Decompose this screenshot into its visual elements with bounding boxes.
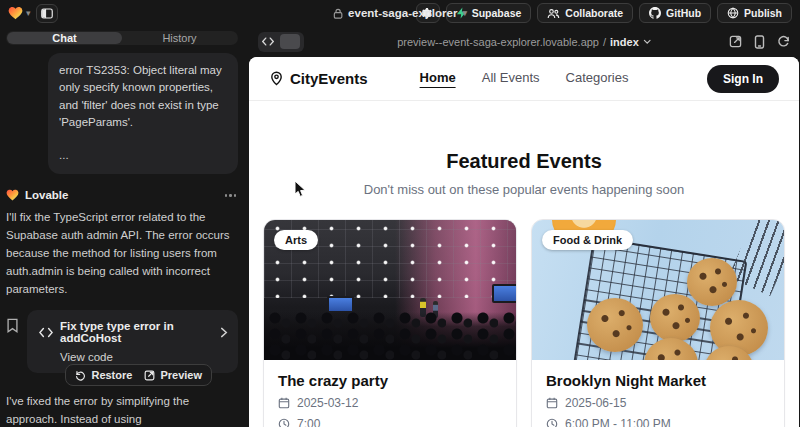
fix-code-card[interactable]: Fix type type error in addCoHost View co… [27, 310, 238, 373]
user-message-text: error TS2353: Object literal may only sp… [59, 62, 227, 131]
event-image-conference: Arts [264, 220, 516, 360]
restore-label: Restore [91, 369, 132, 381]
github-label: GitHub [666, 7, 701, 19]
user-message-bubble[interactable]: error TS2353: Object literal may only sp… [48, 53, 238, 174]
nav-categories[interactable]: Categories [566, 70, 629, 88]
tab-chat[interactable]: Chat [7, 32, 122, 44]
nav-home[interactable]: Home [420, 70, 456, 88]
chevron-down-icon: ▾ [26, 9, 31, 18]
user-message-ellipsis: ... [59, 147, 227, 164]
assistant-header: Lovable [6, 189, 238, 201]
preview-site: CityEvents Home All Events Categories Si… [249, 57, 799, 427]
lovable-app: ▾ event-saga-explorer ▾ [0, 0, 800, 427]
github-button[interactable]: GitHub [639, 3, 711, 23]
section-subtitle: Don't miss out on these popular events h… [249, 182, 799, 197]
assistant-result-text: I've fixed the error by simplifying the … [6, 393, 238, 427]
lovable-heart-icon [6, 189, 19, 201]
tab-history[interactable]: History [122, 32, 237, 44]
map-pin-icon [269, 71, 284, 86]
site-brand-label: CityEvents [290, 70, 368, 87]
category-badge: Food & Drink [542, 230, 633, 250]
github-icon [649, 7, 661, 19]
project-name: event-saga-explorer [348, 7, 457, 19]
section-title: Featured Events [249, 150, 799, 173]
calendar-icon [546, 397, 558, 409]
preview-button[interactable]: Preview [144, 369, 202, 381]
event-image-cookies: Food & Drink [532, 220, 784, 360]
event-card[interactable]: Arts The crazy party 2025-03-12 [263, 219, 517, 427]
assistant-intro-text: I'll fix the TypeScript error related to… [6, 209, 238, 298]
clock-icon [546, 418, 558, 427]
refresh-icon[interactable] [777, 35, 790, 48]
view-code-link[interactable]: View code [60, 351, 228, 363]
url-separator: / [603, 36, 606, 48]
supabase-label: Supabase [472, 7, 522, 19]
globe-icon [727, 7, 739, 19]
event-cards: Arts The crazy party 2025-03-12 [249, 197, 799, 427]
event-time: 7:00 [297, 417, 320, 427]
code-preview-toggle[interactable] [258, 32, 304, 52]
preview-url-bar[interactable]: preview--event-saga-explorer.lovable.app… [397, 36, 651, 48]
collaborate-button[interactable]: Collaborate [537, 3, 633, 23]
restore-icon [75, 370, 86, 381]
site-nav: Home All Events Categories [420, 70, 629, 88]
assistant-name: Lovable [25, 189, 68, 201]
mobile-view-icon[interactable] [754, 35, 765, 49]
panel-icon [41, 8, 53, 19]
restore-button[interactable]: Restore [75, 369, 132, 381]
fix-card-title: Fix type type error in addCoHost [60, 320, 213, 344]
message-hover-actions: Restore Preview [65, 364, 212, 386]
code-icon [39, 327, 53, 338]
code-icon [262, 37, 274, 46]
lovable-heart-icon [8, 6, 23, 20]
result-text-part: I've fixed the error by simplifying the … [6, 395, 189, 425]
site-brand[interactable]: CityEvents [269, 70, 368, 87]
event-date-row: 2025-06-15 [546, 396, 770, 410]
event-date: 2025-06-15 [565, 396, 626, 410]
external-link-icon [144, 370, 155, 381]
event-date: 2025-03-12 [297, 396, 358, 410]
chat-sidebar: Chat History error TS2353: Object litera… [0, 26, 248, 427]
chevron-right-icon [220, 327, 228, 338]
site-header: CityEvents Home All Events Categories Si… [249, 57, 799, 101]
open-in-new-tab-icon[interactable] [729, 35, 742, 48]
event-card[interactable]: Food & Drink Brooklyn Night Market 2 [531, 219, 785, 427]
chevron-down-icon: ▾ [462, 9, 467, 18]
calendar-icon [278, 397, 290, 409]
toggle-knob [280, 34, 300, 49]
collaborate-label: Collaborate [565, 7, 623, 19]
preview-path: index [610, 36, 639, 48]
event-time-row: 7:00 [278, 417, 502, 427]
people-icon [547, 8, 560, 19]
bookmark-icon[interactable] [6, 318, 19, 333]
lovable-logo-menu[interactable]: ▾ [8, 6, 31, 20]
event-date-row: 2025-03-12 [278, 396, 502, 410]
lock-icon [333, 8, 343, 19]
message-options-button[interactable] [223, 192, 239, 199]
preview-panel: preview--event-saga-explorer.lovable.app… [248, 26, 800, 427]
sidebar-tabs: Chat History [6, 31, 238, 45]
publish-button[interactable]: Publish [717, 3, 792, 23]
sign-in-button[interactable]: Sign In [707, 65, 779, 93]
project-switcher[interactable]: event-saga-explorer ▾ [333, 7, 467, 19]
event-title: The crazy party [278, 372, 502, 389]
event-time-row: 6:00 PM - 11:00 PM [546, 417, 770, 427]
event-title: Brooklyn Night Market [546, 372, 770, 389]
nav-all-events[interactable]: All Events [482, 70, 540, 88]
top-bar: ▾ event-saga-explorer ▾ [0, 0, 800, 26]
preview-toolbar: preview--event-saga-explorer.lovable.app… [248, 26, 800, 57]
publish-label: Publish [744, 7, 782, 19]
event-time: 6:00 PM - 11:00 PM [565, 417, 671, 427]
chevron-down-icon [643, 39, 651, 45]
toggle-sidebar-button[interactable] [36, 4, 58, 23]
preview-url: preview--event-saga-explorer.lovable.app [397, 36, 599, 48]
preview-label: Preview [160, 369, 202, 381]
clock-icon [278, 418, 290, 427]
category-badge: Arts [274, 230, 318, 250]
featured-events-section: Featured Events Don't miss out on these … [249, 150, 799, 197]
